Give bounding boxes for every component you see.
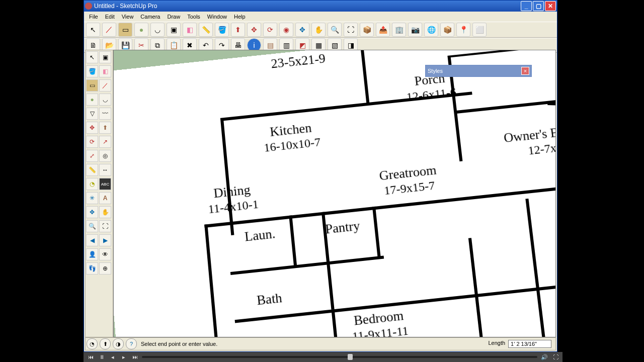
- zoom-icon[interactable]: 🔍: [86, 220, 98, 232]
- length-value: 1' 2 13/16": [508, 340, 551, 348]
- scale-icon[interactable]: ⤢: [86, 150, 98, 162]
- prev-frame-icon[interactable]: ◂: [109, 353, 117, 360]
- floorplan-image: 23-5x21-9 Porch12-6x11-6 Kitchen16-10x10…: [113, 50, 556, 337]
- styles-panel-title: Styles: [428, 68, 443, 74]
- select-tool[interactable]: ↖: [86, 23, 100, 37]
- orbit-icon[interactable]: ✥: [86, 206, 98, 218]
- paint-icon[interactable]: 🪣: [86, 65, 98, 77]
- circle-tool[interactable]: ●: [134, 23, 148, 37]
- kitchen-label: Kitchen16-10x10-7: [262, 120, 321, 155]
- look-around-icon[interactable]: 👁: [99, 248, 111, 260]
- eraser-icon[interactable]: ◧: [99, 65, 111, 77]
- viewport[interactable]: 23-5x21-9 Porch12-6x11-6 Kitchen16-10x10…: [113, 50, 556, 337]
- seek-thumb[interactable]: [348, 354, 353, 360]
- dining-label: Dining11-4x10-1: [206, 182, 260, 217]
- walk-icon[interactable]: 👣: [86, 262, 98, 275]
- arc-icon[interactable]: ◡: [99, 94, 111, 106]
- large-tool-set: ↖ ▣ 🪣 ◧ ▭ ／ ● ◡ ▽ 〰 ✥ ⬆ ⟳ ↗ ⤢ ◎ 📏 ↔ ◔ AB…: [85, 50, 113, 337]
- zoom-extents-tool[interactable]: ⛶: [344, 23, 358, 37]
- menu-edit[interactable]: Edit: [102, 13, 118, 21]
- pause-icon[interactable]: ⏸: [98, 353, 106, 360]
- paint-bucket-tool[interactable]: 🪣: [215, 23, 229, 37]
- position-camera-icon[interactable]: 👤: [86, 248, 98, 260]
- rotate-tool[interactable]: ⟳: [263, 23, 277, 37]
- rectangle-icon[interactable]: ▭: [86, 79, 98, 92]
- top-dimension-label: 23-5x21-9: [270, 51, 326, 71]
- status-bar: ◔ ⬆ ◑ ? Select end point or enter value.…: [85, 337, 556, 350]
- pushpull-icon[interactable]: ⬆: [99, 122, 111, 134]
- followme-icon[interactable]: ↗: [99, 136, 111, 148]
- next-view-icon[interactable]: ▶: [99, 234, 111, 246]
- app-window: Untitled - SketchUp Pro _ ▢ ✕ File Edit …: [84, 0, 557, 352]
- seek-slider[interactable]: [142, 356, 537, 358]
- bath1-label: Bath: [256, 291, 283, 308]
- add-building-tool[interactable]: 🏢: [392, 23, 406, 37]
- rewind-icon[interactable]: ⏮: [87, 353, 95, 360]
- pantry-label: Pantry: [325, 219, 361, 237]
- menu-draw[interactable]: Draw: [164, 13, 183, 21]
- menu-tools[interactable]: Tools: [184, 13, 203, 21]
- axes-icon[interactable]: ✳: [86, 192, 98, 204]
- share-model-tool[interactable]: 📤: [376, 23, 390, 37]
- rectangle-tool[interactable]: ▭: [118, 23, 132, 37]
- fullscreen-icon[interactable]: ⛶: [551, 353, 559, 360]
- next-frame-icon[interactable]: ▸: [120, 353, 128, 360]
- 3dtext-icon[interactable]: A: [99, 192, 111, 204]
- styles-panel[interactable]: Styles ×: [425, 65, 532, 77]
- offset-icon[interactable]: ◎: [99, 150, 111, 162]
- bedroom-label: Bedroom11-9x11-11: [350, 308, 409, 337]
- move-icon[interactable]: ✥: [86, 122, 98, 134]
- section-icon[interactable]: ⊕: [99, 262, 111, 275]
- preview-ge-tool[interactable]: 🌐: [424, 23, 438, 37]
- tape-measure-tool[interactable]: 📏: [199, 23, 213, 37]
- zoom-tool[interactable]: 🔍: [328, 23, 342, 37]
- make-component-tool[interactable]: ▣: [167, 23, 181, 37]
- select-icon[interactable]: ↖: [86, 51, 98, 63]
- polygon-icon[interactable]: ▽: [86, 108, 98, 120]
- menu-view[interactable]: View: [119, 13, 137, 21]
- dimension-icon[interactable]: ↔: [99, 164, 111, 176]
- text-icon[interactable]: ABC: [99, 178, 111, 190]
- pan-tool[interactable]: ✋: [311, 23, 326, 37]
- rotate-icon[interactable]: ⟳: [86, 136, 98, 148]
- menu-help[interactable]: Help: [231, 13, 249, 21]
- menu-file[interactable]: File: [86, 13, 101, 21]
- prev-view-icon[interactable]: ◀: [86, 234, 98, 246]
- styles-panel-close-icon[interactable]: ×: [521, 67, 529, 75]
- line-icon[interactable]: ／: [99, 79, 111, 92]
- component-icon[interactable]: ▣: [99, 51, 111, 63]
- toggle-terrain-tool[interactable]: ⬜: [472, 23, 487, 37]
- place-model-tool[interactable]: 📦: [440, 23, 454, 37]
- credits-button[interactable]: ⬆: [100, 338, 111, 349]
- pan-icon[interactable]: ✋: [99, 206, 111, 218]
- help-icon[interactable]: ?: [126, 338, 137, 349]
- orbit-tool[interactable]: ✥: [295, 23, 309, 37]
- eraser-tool[interactable]: ◧: [183, 23, 197, 37]
- forward-icon[interactable]: ⏭: [131, 353, 139, 360]
- move-tool[interactable]: ✥: [247, 23, 261, 37]
- length-label: Length: [488, 340, 505, 348]
- push-pull-tool[interactable]: ⬆: [231, 23, 245, 37]
- circle-icon[interactable]: ●: [86, 94, 98, 106]
- minimize-button[interactable]: _: [521, 1, 532, 11]
- arc-tool[interactable]: ◡: [150, 23, 165, 37]
- menu-camera[interactable]: Camera: [137, 13, 163, 21]
- maximize-button[interactable]: ▢: [533, 1, 544, 11]
- geo-location-icon[interactable]: ◔: [87, 338, 98, 349]
- freehand-icon[interactable]: 〰: [99, 108, 111, 120]
- menu-bar: File Edit View Camera Draw Tools Window …: [84, 12, 557, 22]
- line-tool[interactable]: ／: [102, 23, 116, 37]
- claim-credits-button[interactable]: ◑: [113, 338, 124, 349]
- photo-textures-tool[interactable]: 📷: [408, 23, 422, 37]
- close-button[interactable]: ✕: [545, 1, 556, 11]
- protractor-icon[interactable]: ◔: [86, 178, 98, 190]
- zoomwin-icon[interactable]: ⛶: [99, 220, 111, 232]
- media-bar: ⏮ ⏸ ◂ ▸ ⏭ 🔊 ⛶: [84, 352, 562, 362]
- get-location-tool[interactable]: 📍: [456, 23, 470, 37]
- volume-icon[interactable]: 🔊: [540, 353, 548, 360]
- title-bar[interactable]: Untitled - SketchUp Pro _ ▢ ✕: [84, 1, 557, 12]
- offset-tool[interactable]: ◉: [279, 23, 293, 37]
- get-models-tool[interactable]: 📦: [360, 23, 374, 37]
- tape-icon[interactable]: 📏: [86, 164, 98, 176]
- menu-window[interactable]: Window: [204, 13, 230, 21]
